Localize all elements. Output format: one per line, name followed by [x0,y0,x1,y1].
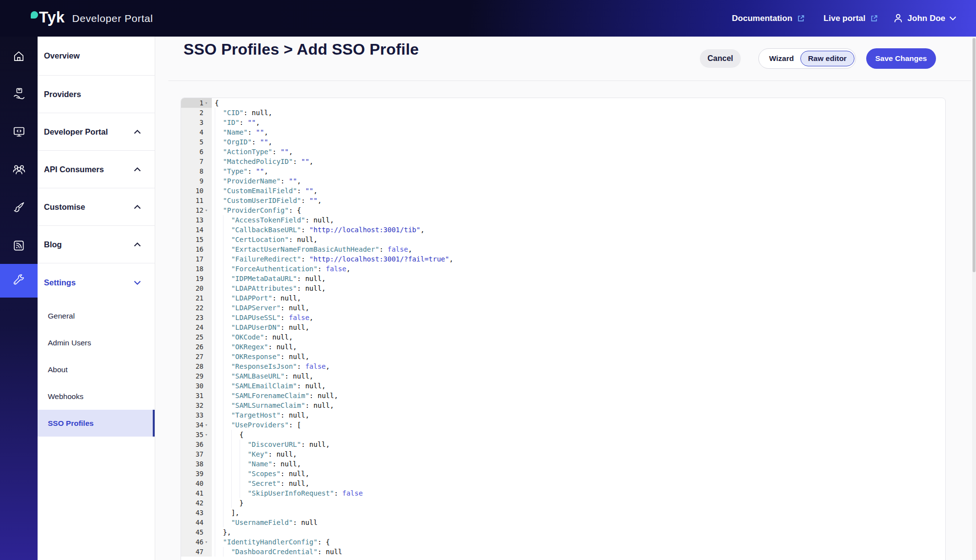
fold-toggle-icon[interactable]: ▾ [205,98,212,108]
rail-item-developer-portal[interactable] [0,116,38,148]
code-line[interactable]: 24 "LDAPUserDN": null, [181,322,945,332]
code-text[interactable]: "MatchedPolicyID": "", [212,157,313,166]
fold-toggle-icon[interactable]: ▾ [205,430,212,440]
code-text[interactable]: } [212,498,244,508]
code-line[interactable]: 4 "Name": "", [181,127,945,137]
code-text[interactable]: "DiscoverURL": null, [212,440,330,449]
code-text[interactable]: "UseProviders": [ [212,420,301,430]
code-text[interactable]: "ResponseIsJson": false, [212,361,330,371]
code-text[interactable]: "FailureRedirect": "http://localhost:300… [212,254,453,264]
code-line[interactable]: 32 "SAMLSurnameClaim": null, [181,400,945,410]
code-text[interactable]: "OKRegex": null, [212,342,297,352]
code-line[interactable]: 23 "LDAPUseSSL": false, [181,313,945,322]
code-text[interactable]: "UsernameField": null [212,518,318,527]
code-text[interactable]: "ActionType": "", [212,147,293,157]
code-line[interactable]: 40 "Secret": null, [181,479,945,488]
user-menu[interactable]: John Doe [893,13,956,23]
code-text[interactable]: "OrgID": "", [212,137,272,147]
sidebar-subitem-admin-users[interactable]: Admin Users [38,329,155,356]
code-line[interactable]: 25 "OKCode": null, [181,332,945,342]
code-text[interactable]: "CertLocation": null, [212,235,318,244]
code-line[interactable]: 18 "ForceAuthentication": false, [181,264,945,274]
code-line[interactable]: 1▾{ [181,98,945,108]
code-text[interactable]: "LDAPUserDN": null, [212,322,309,332]
code-text[interactable]: "CustomEmailField": "", [212,186,318,196]
code-line[interactable]: 21 "LDAPPort": null, [181,293,945,303]
code-line[interactable]: 22 "LDAPServer": null, [181,303,945,313]
nav-live-portal-link[interactable]: Live portal [824,14,878,23]
code-line[interactable]: 29 "SAMLBaseURL": null, [181,371,945,381]
sidebar-item-providers[interactable]: Providers [38,76,155,113]
code-line[interactable]: 11 "CustomUserIDField": "", [181,196,945,205]
code-text[interactable]: "OKResponse": null, [212,352,309,361]
sidebar-item-api-consumers[interactable]: API Consumers [38,151,155,188]
code-text[interactable]: "ProviderName": "", [212,176,301,186]
code-line[interactable]: 15 "CertLocation": null, [181,235,945,244]
code-line[interactable]: 14 "CallbackBaseURL": "http://localhost:… [181,225,945,235]
code-line[interactable]: 34▾ "UseProviders": [ [181,420,945,430]
code-text[interactable]: "Scopes": null, [212,469,309,479]
code-text[interactable]: { [212,430,244,440]
rail-item-overview[interactable] [0,40,38,72]
code-line[interactable]: 6 "ActionType": "", [181,147,945,157]
code-text[interactable]: "ProviderConfig": { [212,205,301,215]
code-line[interactable]: 26 "OKRegex": null, [181,342,945,352]
json-code-editor[interactable]: 1▾{2 "CID": null,3 "ID": "",4 "Name": ""… [181,98,946,560]
code-line[interactable]: 27 "OKResponse": null, [181,352,945,361]
code-text[interactable]: "LDAPPort": null, [212,293,301,303]
code-text[interactable]: "Secret": null, [212,479,309,488]
code-line[interactable]: 37 "Key": null, [181,449,945,459]
cancel-button[interactable]: Cancel [700,49,741,68]
code-line[interactable]: 17 "FailureRedirect": "http://localhost:… [181,254,945,264]
code-text[interactable]: "SAMLSurnameClaim": null, [212,400,334,410]
code-line[interactable]: 46▾ "IdentityHandlerConfig": { [181,537,945,547]
code-text[interactable]: "LDAPServer": null, [212,303,309,313]
code-text[interactable]: "IDPMetaDataURL": null, [212,274,326,283]
code-line[interactable]: 31 "SAMLForenameClaim": null, [181,391,945,400]
code-line[interactable]: 2 "CID": null, [181,108,945,118]
fold-toggle-icon[interactable]: ▾ [205,537,212,547]
code-line[interactable]: 45 }, [181,527,945,537]
code-line[interactable]: 41 "SkipUserInfoRequest": false [181,488,945,498]
code-text[interactable]: "CallbackBaseURL": "http://localhost:300… [212,225,425,235]
save-changes-button[interactable]: Save Changes [866,48,936,69]
code-line[interactable]: 33 "TargetHost": null, [181,410,945,420]
code-line[interactable]: 20 "LDAPAttributes": null, [181,283,945,293]
code-text[interactable]: "OKCode": null, [212,332,293,342]
code-text[interactable]: "SAMLBaseURL": null, [212,371,313,381]
rail-item-api-consumers[interactable] [0,153,38,185]
code-text[interactable]: "ID": "", [212,118,260,127]
sidebar-subitem-webhooks[interactable]: Webhooks [38,383,155,410]
code-line[interactable]: 36 "DiscoverURL": null, [181,440,945,449]
code-line[interactable]: 28 "ResponseIsJson": false, [181,361,945,371]
sidebar-subitem-about[interactable]: About [38,356,155,383]
rail-item-providers[interactable] [0,78,38,110]
code-text[interactable]: "DashboardCredential": null [212,547,342,557]
code-line[interactable]: 10 "CustomEmailField": "", [181,186,945,196]
wizard-toggle-button[interactable]: Wizard [769,54,794,63]
code-text[interactable]: "LDAPUseSSL": false, [212,313,313,322]
code-text[interactable]: ], [212,508,240,518]
code-line[interactable]: 5 "OrgID": "", [181,137,945,147]
fold-toggle-icon[interactable]: ▾ [205,205,212,215]
code-text[interactable]: "LDAPAttributes": null, [212,283,326,293]
code-text[interactable]: "Type": "", [212,166,268,176]
code-line[interactable]: 30 "SAMLEmailClaim": null, [181,381,945,391]
code-text[interactable]: "CID": null, [212,108,272,118]
code-line[interactable]: 44 "UsernameField": null [181,518,945,527]
sidebar-subitem-general[interactable]: General [38,302,155,329]
sidebar-subitem-sso-profiles[interactable]: SSO Profiles [38,410,155,437]
code-text[interactable]: "Name": "", [212,127,268,137]
code-line[interactable]: 42 } [181,498,945,508]
code-text[interactable]: "IdentityHandlerConfig": { [212,537,330,547]
code-text[interactable]: "ExrtactUserNameFromBasicAuthHeader": fa… [212,244,412,254]
code-line[interactable]: 16 "ExrtactUserNameFromBasicAuthHeader":… [181,244,945,254]
code-line[interactable]: 39 "Scopes": null, [181,469,945,479]
rail-item-customise[interactable] [0,191,38,223]
code-text[interactable]: "SkipUserInfoRequest": false [212,488,363,498]
rail-item-blog[interactable] [0,229,38,261]
code-text[interactable]: "AccessTokenField": null, [212,215,334,225]
code-text[interactable]: "SAMLForenameClaim": null, [212,391,338,400]
sidebar-item-overview[interactable]: Overview [38,37,155,76]
page-scrollbar[interactable] [972,37,976,560]
